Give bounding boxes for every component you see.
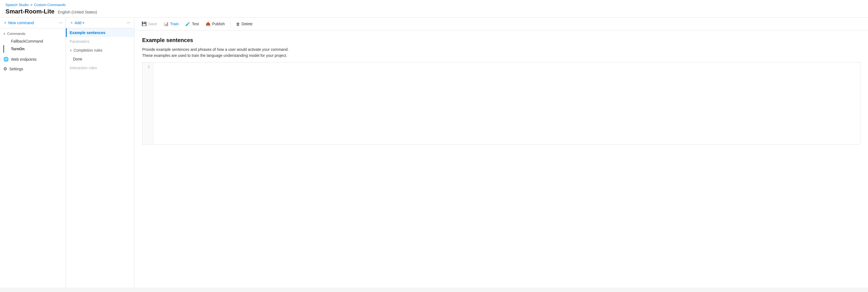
save-button[interactable]: 💾 Save	[139, 20, 160, 28]
chevron-up-icon: ∧	[70, 49, 72, 52]
sentences-editor[interactable]	[153, 62, 860, 144]
completion-rules-header[interactable]: ∧ Completion rules	[66, 46, 134, 55]
delete-label: Delete	[242, 22, 252, 26]
add-label: Add	[75, 21, 82, 25]
add-button[interactable]: ＋ Add ▾	[70, 20, 84, 25]
commands-label: Commands	[7, 32, 25, 36]
sidebar-item-settings[interactable]: ⚙ Settings	[0, 64, 66, 74]
description-1: Provide example sentences and phrases of…	[142, 47, 860, 52]
editor-box: 1	[142, 62, 860, 145]
breadcrumb-custom-commands[interactable]: Custom Commands	[34, 3, 66, 7]
chevron-down-icon: ∧	[3, 32, 5, 35]
left-sidebar: ＋ New command ··· ∧ Commands FallbackCom…	[0, 18, 66, 288]
settings-icon: ⚙	[3, 66, 7, 71]
commands-section-header[interactable]: ∧ Commands	[3, 30, 62, 37]
middle-item-interaction-rules[interactable]: Interaction rules	[66, 63, 134, 72]
new-command-label: New command	[8, 21, 34, 25]
middle-more-button[interactable]: ···	[127, 20, 130, 25]
sidebar-more-button[interactable]: ···	[59, 20, 62, 25]
line-number-1: 1	[146, 64, 150, 69]
description-2: These examples are used to train the lan…	[142, 53, 860, 58]
breadcrumb-speech-studio[interactable]: Speech Studio	[5, 3, 29, 7]
test-icon: 🧪	[185, 22, 190, 26]
web-endpoints-label: Web endpoints	[11, 57, 36, 61]
publish-label: Publish	[212, 22, 225, 26]
delete-icon: 🗑	[236, 22, 240, 26]
test-label: Test	[192, 22, 199, 26]
test-button[interactable]: 🧪 Test	[183, 20, 202, 28]
train-button[interactable]: 📊 Train	[161, 20, 181, 28]
main-layout: ＋ New command ··· ∧ Commands FallbackCom…	[0, 18, 868, 288]
middle-item-done[interactable]: Done	[66, 55, 134, 63]
sidebar-item-fallbackcommand[interactable]: FallbackCommand	[3, 37, 62, 45]
publish-button[interactable]: 📤 Publish	[203, 20, 227, 28]
middle-top: ＋ Add ▾ ···	[66, 18, 134, 28]
breadcrumb-separator: >	[30, 3, 33, 7]
line-numbers: 1	[143, 62, 153, 144]
breadcrumb: Speech Studio > Custom Commands	[5, 3, 863, 7]
sidebar-top: ＋ New command ···	[0, 18, 66, 28]
train-label: Train	[170, 22, 179, 26]
page-title: Example sentences	[142, 37, 860, 43]
content-area: Example sentences Provide example senten…	[134, 30, 868, 288]
middle-item-parameters[interactable]: Parameters	[66, 37, 134, 46]
publish-icon: 📤	[206, 22, 211, 26]
header: Speech Studio > Custom Commands Smart-Ro…	[0, 0, 868, 18]
main-content: 💾 Save 📊 Train 🧪 Test 📤 Publish 🗑 Delete	[134, 18, 868, 288]
sidebar-item-turnon[interactable]: TurnOn	[3, 45, 62, 53]
completion-rules-label: Completion rules	[73, 48, 102, 53]
dropdown-arrow-icon: ▾	[83, 21, 84, 25]
toolbar: 💾 Save 📊 Train 🧪 Test 📤 Publish 🗑 Delete	[134, 18, 868, 30]
save-icon: 💾	[142, 22, 147, 26]
settings-label: Settings	[9, 67, 23, 71]
save-label: Save	[148, 22, 157, 26]
commands-section: ∧ Commands FallbackCommand TurnOn	[0, 28, 66, 54]
sidebar-item-web-endpoints[interactable]: 🌐 Web endpoints	[0, 54, 66, 64]
plus-icon: ＋	[70, 20, 73, 25]
app-language: English (United States)	[58, 10, 97, 14]
train-icon: 📊	[163, 22, 169, 26]
toolbar-separator	[230, 21, 230, 27]
plus-icon: ＋	[3, 20, 7, 25]
app-name: Smart-Room-Lite	[5, 8, 54, 15]
new-command-button[interactable]: ＋ New command	[3, 20, 34, 25]
middle-item-example-sentences[interactable]: Example sentences	[66, 28, 134, 37]
delete-button[interactable]: 🗑 Delete	[233, 20, 255, 28]
globe-icon: 🌐	[3, 57, 9, 62]
middle-panel: ＋ Add ▾ ··· Example sentences Parameters…	[66, 18, 134, 288]
app-title: Smart-Room-Lite English (United States)	[5, 8, 863, 15]
